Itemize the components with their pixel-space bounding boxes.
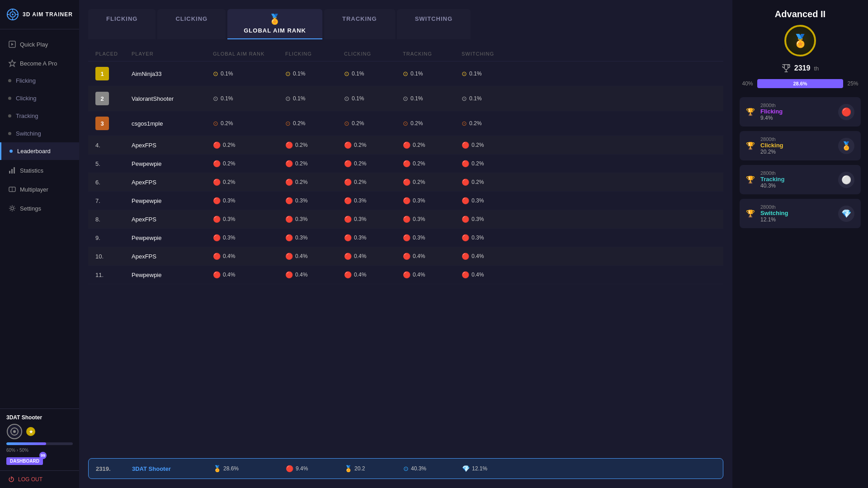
logout-label: LOG OUT <box>18 476 42 483</box>
sidebar-item-switching[interactable]: Switching <box>0 125 79 142</box>
sidebar-item-leaderboard[interactable]: Leaderboard <box>0 142 79 160</box>
cell-place: 4. <box>95 142 132 149</box>
table-row[interactable]: 7. Pewpewpie 🔴0.3% 🔴0.3% 🔴0.3% 🔴0.3% 🔴0.… <box>88 192 723 210</box>
skill-info: 2800th Switching 12.1% <box>760 204 833 223</box>
tabs-container: FLICKING CLICKING 🏅 GLOBAL AIM RANK TRAC… <box>88 9 723 39</box>
rank-badge: 7. <box>95 197 100 204</box>
icon: 🔴 <box>285 178 293 186</box>
cell-player: Pewpewpie <box>132 160 213 167</box>
table-row[interactable]: 5. Pewpewpie 🔴0.2% 🔴0.2% 🔴0.2% 🔴0.2% 🔴0.… <box>88 155 723 173</box>
icon: 🔴 <box>285 234 293 241</box>
tab-tracking[interactable]: TRACKING <box>324 9 395 39</box>
profile-badge-icon: ★ <box>25 426 36 437</box>
icon: 🔴 <box>344 271 352 278</box>
table-row[interactable]: 6. ApexFPS 🔴0.2% 🔴0.2% 🔴0.2% 🔴0.2% 🔴0.2% <box>88 173 723 192</box>
skill-pct: 40.3% <box>760 183 833 189</box>
cell-flicking: ⊙0.2% <box>285 120 344 127</box>
skill-icon-right: ⚪ <box>838 172 854 188</box>
cell-tracking: ⊙0.2% <box>403 120 462 127</box>
tab-global-aim-rank[interactable]: 🏅 GLOBAL AIM RANK <box>227 9 322 39</box>
col-player: PLAYER <box>132 51 213 56</box>
tab-clicking[interactable]: CLICKING <box>157 9 226 39</box>
sidebar-item-statistics[interactable]: Statistics <box>0 160 79 179</box>
leaderboard-dot <box>9 150 13 153</box>
sidebar-logo[interactable]: 3D AIM TRAINER <box>0 0 79 29</box>
cell-flicking: 🔴0.3% <box>285 216 344 223</box>
sidebar-item-quickplay[interactable]: Quick Play <box>0 34 79 53</box>
cell-place: 5. <box>95 160 132 167</box>
icon: 🔴 <box>213 197 221 204</box>
logo-text: 3D AIM TRAINER <box>23 11 73 18</box>
table-row[interactable]: 11. Pewpewpie 🔴0.4% 🔴0.4% 🔴0.4% 🔴0.4% 🔴0… <box>88 266 723 284</box>
cell-clicking: 🔴0.4% <box>344 253 403 260</box>
sidebar-item-label-quickplay: Quick Play <box>20 41 48 48</box>
dashboard-button[interactable]: DASHBOARD <box>6 457 43 465</box>
skill-row-clicking: 🏆 2800th Clicking 20.2% 🏅 <box>740 131 861 160</box>
table-row[interactable]: 10. ApexFPS 🔴0.4% 🔴0.4% 🔴0.4% 🔴0.4% 🔴0.4… <box>88 247 723 266</box>
rank-bar-left: 40% <box>740 80 755 87</box>
table-row[interactable]: 8. ApexFPS 🔴0.3% 🔴0.3% 🔴0.3% 🔴0.3% 🔴0.3% <box>88 210 723 229</box>
cell-player: csgos1mple <box>132 120 213 127</box>
switching-dot <box>8 132 11 135</box>
cell-switching: 🔴0.3% <box>462 197 520 204</box>
profile-rank-icon <box>6 423 23 440</box>
icon: ⊙ <box>213 120 218 127</box>
cell-player: ApexFPS <box>132 216 213 223</box>
dashboard-badge: 99 <box>39 452 47 459</box>
table-row[interactable]: 2 ValorantShooter ⊙0.1% ⊙0.1% ⊙0.1% ⊙0.1… <box>88 86 723 111</box>
svg-rect-9 <box>9 171 10 174</box>
rank-badge: 5. <box>95 160 100 167</box>
sidebar-item-label-becomepro: Become A Pro <box>20 60 57 67</box>
skill-rows: 🏆 2800th Flicking 9.4% 🔴 🏆 2800th Clicki… <box>740 97 861 228</box>
cell-tracking: ⊙0.1% <box>403 70 462 77</box>
sidebar-item-label-leaderboard: Leaderboard <box>17 148 51 155</box>
cell-global: 🔴0.3% <box>213 216 285 223</box>
sidebar-item-clicking[interactable]: Clicking <box>0 89 79 107</box>
cell-global: 🔴0.3% <box>213 197 285 204</box>
table-row[interactable]: 1 AimNinja33 ⊙0.1% ⊙0.1% ⊙0.1% ⊙0.1% ⊙0.… <box>88 61 723 86</box>
rank-badge: 9. <box>95 235 100 241</box>
cell-place: 6. <box>95 179 132 186</box>
col-global: GLOBAL AIM RANK <box>213 51 285 56</box>
icon: 🔴 <box>344 178 352 186</box>
sidebar-item-multiplayer[interactable]: Multiplayer <box>0 179 79 198</box>
skill-row-flicking: 🏆 2800th Flicking 9.4% 🔴 <box>740 97 861 127</box>
quickplay-icon <box>8 40 16 48</box>
clicking-dot <box>8 97 11 100</box>
tab-flicking[interactable]: FLICKING <box>88 9 156 39</box>
cell-switching: ⊙0.1% <box>462 95 520 102</box>
user-switching-icon: 💎 <box>462 465 470 472</box>
user-global-icon: 🏅 <box>213 465 221 472</box>
table-row[interactable]: 9. Pewpewpie 🔴0.3% 🔴0.3% 🔴0.3% 🔴0.3% 🔴0.… <box>88 229 723 247</box>
sidebar-item-settings[interactable]: Settings <box>0 198 79 217</box>
cell-clicking: 🔴0.2% <box>344 178 403 186</box>
skill-icon-right: 💎 <box>838 206 854 222</box>
cell-global: 🔴0.4% <box>213 271 285 278</box>
cell-global: ⊙0.2% <box>213 120 285 127</box>
tab-switching[interactable]: SWITCHING <box>397 9 471 39</box>
table-row[interactable]: 4. ApexFPS 🔴0.2% 🔴0.2% 🔴0.2% 🔴0.2% 🔴0.2% <box>88 136 723 155</box>
profile-progress-text: 60% › 50% <box>6 448 73 453</box>
sidebar-item-flicking[interactable]: Flicking <box>0 72 79 89</box>
table-row[interactable]: 3 csgos1mple ⊙0.2% ⊙0.2% ⊙0.2% ⊙0.2% ⊙0.… <box>88 111 723 136</box>
skill-rank-num: 2800th <box>760 103 833 108</box>
cell-global: 🔴0.3% <box>213 234 285 241</box>
icon: 🔴 <box>403 234 410 241</box>
icon: 🔴 <box>344 253 352 260</box>
sidebar-item-tracking[interactable]: Tracking <box>0 107 79 125</box>
skill-row-tracking: 🏆 2800th Tracking 40.3% ⚪ <box>740 165 861 194</box>
logout-button[interactable]: LOG OUT <box>0 470 79 488</box>
cell-player: ValorantShooter <box>132 95 213 102</box>
sidebar-item-label-flicking: Flicking <box>16 77 36 84</box>
tracking-dot <box>8 114 11 117</box>
cell-tracking: 🔴0.3% <box>403 197 462 204</box>
icon: 🔴 <box>403 253 410 260</box>
cell-switching: 🔴0.3% <box>462 234 520 241</box>
icon: ⊙ <box>344 70 349 77</box>
cell-global: ⊙0.1% <box>213 70 285 77</box>
cell-tracking: 🔴0.4% <box>403 271 462 278</box>
sidebar-item-becomepro[interactable]: Become A Pro <box>0 53 79 72</box>
skill-trophy: 🏆 <box>746 141 755 150</box>
table-body: 1 AimNinja33 ⊙0.1% ⊙0.1% ⊙0.1% ⊙0.1% ⊙0.… <box>88 61 723 284</box>
icon: ⊙ <box>285 70 291 77</box>
